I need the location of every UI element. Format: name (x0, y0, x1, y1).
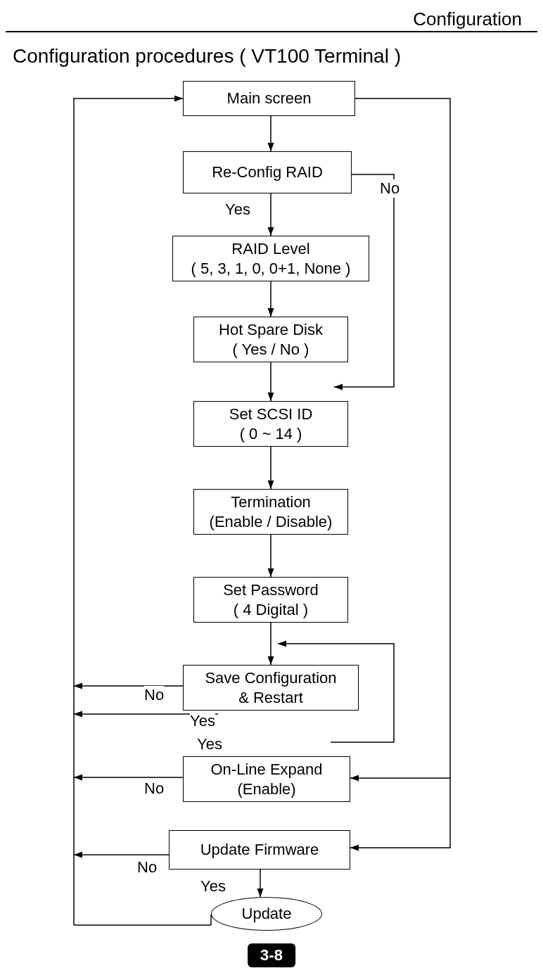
node-label: Set SCSI ID (229, 405, 313, 424)
node-raid-level: RAID Level ( 5, 3, 1, 0, 0+1, None ) (172, 236, 369, 281)
node-termination: Termination (Enable / Disable) (193, 489, 348, 535)
node-label-sub: ( 4 Digital ) (234, 600, 308, 620)
node-label-sub: ( Yes / No ) (233, 340, 309, 359)
node-label: Update (242, 905, 292, 923)
node-online-expand: On-Line Expand (Enable) (183, 756, 350, 802)
page-number-badge: 3-8 (248, 943, 295, 967)
edge-label-yes: Yes (225, 201, 250, 219)
node-update-firmware: Update Firmware (169, 830, 350, 870)
edge-label-no: No (137, 858, 157, 877)
node-set-scsi-id: Set SCSI ID ( 0 ~ 14 ) (193, 401, 348, 447)
node-hot-spare: Hot Spare Disk ( Yes / No ) (193, 317, 348, 362)
edge-label-yes: Yes (197, 735, 222, 753)
node-label: Termination (231, 492, 311, 512)
node-label: Update Firmware (200, 840, 319, 860)
node-set-password: Set Password ( 4 Digital ) (193, 577, 348, 623)
node-label: On-Line Expand (211, 760, 323, 779)
node-label-sub: (Enable / Disable) (210, 512, 333, 532)
node-label-sub: ( 0 ~ 14 ) (240, 424, 302, 444)
node-reconfig-raid: Re-Config RAID (183, 151, 352, 193)
edge-label-no: No (144, 686, 164, 704)
node-save-config: Save Configuration & Restart (183, 665, 359, 711)
node-label: Save Configuration (205, 668, 336, 688)
node-label: Set Password (223, 580, 319, 600)
node-update: Update (211, 897, 322, 931)
edge-label-no: No (144, 779, 164, 798)
node-main-screen: Main screen (183, 81, 355, 116)
node-label-sub: & Restart (238, 688, 303, 708)
node-label: Hot Spare Disk (219, 320, 323, 340)
node-label: Main screen (227, 89, 312, 108)
edge-label-yes: Yes (200, 877, 226, 896)
edge-label-no: No (380, 179, 400, 198)
node-label: RAID Level (231, 239, 309, 259)
edge-label-yes: Yes (190, 712, 215, 730)
node-label: Re-Config RAID (212, 163, 323, 182)
node-label-sub: ( 5, 3, 1, 0, 0+1, None ) (191, 259, 351, 279)
node-label-sub: (Enable) (237, 779, 295, 799)
